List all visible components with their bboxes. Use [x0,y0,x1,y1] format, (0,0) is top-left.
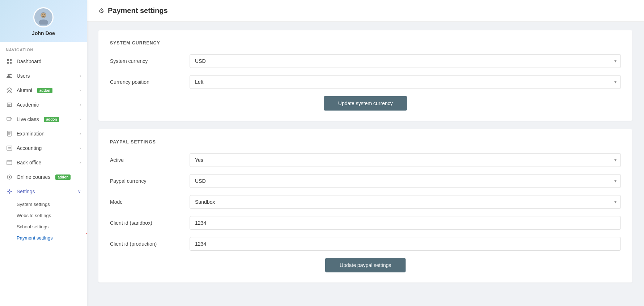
sidebar-item-dashboard[interactable]: Dashboard [0,54,87,69]
sidebar-item-online-courses[interactable]: Online courses addon [0,170,87,184]
sidebar-item-label: Online courses [17,174,50,180]
svg-point-6 [10,74,12,75]
system-currency-card: SYSTEM CURRENCY System currency USD EUR … [98,30,632,121]
currency-position-row: Currency position Left Right ▾ [110,75,621,89]
sidebar-item-label: Alumni [17,87,32,93]
dashboard-icon [6,58,13,65]
chevron-right-icon: › [80,146,81,151]
currency-position-select[interactable]: Left Right [190,75,621,89]
online-courses-addon-badge: addon [55,174,71,180]
sidebar-item-label: Accounting [17,145,42,151]
sidebar-item-alumni[interactable]: Alumni addon › [0,83,87,98]
paypal-settings-card: PAYPAL SETTINGS Active Yes No ▾ Paypal c… [98,129,632,283]
svg-point-12 [8,161,8,161]
alumni-icon [6,87,13,94]
avatar [33,7,54,27]
system-currency-select-wrap: USD EUR GBP ▾ [190,54,621,68]
paypal-mode-select[interactable]: Sandbox Live [190,195,621,209]
sidebar-item-examination[interactable]: Examination › [0,126,87,141]
client-id-sandbox-input-wrap [190,216,621,230]
client-id-production-label: Client id (production) [110,241,190,247]
svg-rect-10 [7,146,12,150]
content-area: SYSTEM CURRENCY System currency USD EUR … [87,22,644,291]
sidebar: John Doe NAVIGATION Dashboard Users › Al… [0,0,87,306]
svg-rect-7 [7,103,12,107]
svg-point-13 [9,161,9,161]
users-icon [6,72,13,79]
paypal-active-row: Active Yes No ▾ [110,153,621,167]
svg-point-15 [9,191,10,193]
update-system-currency-button[interactable]: Update system currency [324,96,407,111]
examination-icon [6,130,13,137]
system-currency-row: System currency USD EUR GBP ▾ [110,54,621,68]
sidebar-item-label: Examination [17,131,45,137]
client-id-production-input-wrap [190,237,621,251]
system-currency-section-title: SYSTEM CURRENCY [110,40,621,46]
sidebar-item-settings[interactable]: Settings ∨ [0,184,87,199]
sidebar-header: John Doe [0,0,87,42]
sidebar-item-label: Live class [17,116,39,122]
svg-rect-8 [7,117,11,120]
sidebar-item-label: Dashboard [17,59,42,64]
paypal-currency-label: Paypal currency [110,178,190,184]
chevron-right-icon: › [80,73,81,78]
live-class-addon-badge: addon [44,117,59,122]
sidebar-item-users[interactable]: Users › [0,69,87,83]
svg-point-1 [39,20,48,25]
svg-point-4 [44,14,45,15]
alumni-addon-badge: addon [37,88,52,93]
chevron-right-icon: › [80,102,81,107]
paypal-currency-select[interactable]: USD EUR [190,174,621,188]
currency-position-select-wrap: Left Right ▾ [190,75,621,89]
chevron-down-icon: ∨ [78,189,81,194]
client-id-sandbox-row: Client id (sandbox) [110,216,621,230]
system-currency-select[interactable]: USD EUR GBP [190,54,621,68]
svg-point-5 [8,74,10,76]
paypal-active-select-wrap: Yes No ▾ [190,153,621,167]
accounting-icon [6,145,13,152]
sidebar-item-label: Settings [17,189,35,194]
main-content: ⚙ Payment settings SYSTEM CURRENCY Syste… [87,0,644,306]
nav-section-label: NAVIGATION [0,42,87,54]
page-title: Payment settings [108,7,168,15]
sidebar-item-accounting[interactable]: Accounting › [0,141,87,155]
svg-point-3 [42,14,43,15]
client-id-sandbox-input[interactable] [190,216,621,230]
chevron-right-icon: › [80,117,81,122]
sidebar-item-academic[interactable]: Academic › [0,98,87,112]
paypal-section-title: PAYPAL SETTINGS [110,139,621,145]
chevron-right-icon: › [80,131,81,136]
live-class-icon [6,116,13,123]
paypal-active-select[interactable]: Yes No [190,153,621,167]
sub-nav-payment-settings[interactable]: Payment settings [0,232,87,243]
paypal-mode-label: Mode [110,199,190,205]
sidebar-item-live-class[interactable]: Live class addon › [0,112,87,126]
sub-nav-website-settings[interactable]: Website settings [0,210,87,221]
settings-icon [6,188,13,195]
paypal-mode-select-wrap: Sandbox Live ▾ [190,195,621,209]
back-office-icon [6,159,13,166]
sidebar-item-label: Users [17,73,30,79]
update-paypal-settings-button[interactable]: Update paypal settings [325,258,406,272]
paypal-mode-row: Mode Sandbox Live ▾ [110,195,621,209]
system-currency-label: System currency [110,58,190,64]
client-id-sandbox-label: Client id (sandbox) [110,220,190,226]
page-gear-icon: ⚙ [98,7,104,15]
client-id-production-row: Client id (production) [110,237,621,251]
sub-nav-school-settings[interactable]: School settings [0,221,87,232]
client-id-production-input[interactable] [190,237,621,251]
online-courses-icon [6,173,13,181]
sidebar-item-label: Academic [17,102,39,108]
sidebar-item-back-office[interactable]: Back office › [0,155,87,170]
sidebar-item-label: Back office [17,160,41,165]
chevron-right-icon: › [80,88,81,93]
currency-position-label: Currency position [110,79,190,85]
sub-nav-system-settings[interactable]: System settings [0,199,87,210]
paypal-active-label: Active [110,157,190,163]
paypal-currency-row: Paypal currency USD EUR ▾ [110,174,621,188]
chevron-right-icon: › [80,160,81,165]
user-name: John Doe [32,30,55,36]
paypal-currency-select-wrap: USD EUR ▾ [190,174,621,188]
svg-point-2 [41,13,46,18]
academic-icon [6,101,13,108]
